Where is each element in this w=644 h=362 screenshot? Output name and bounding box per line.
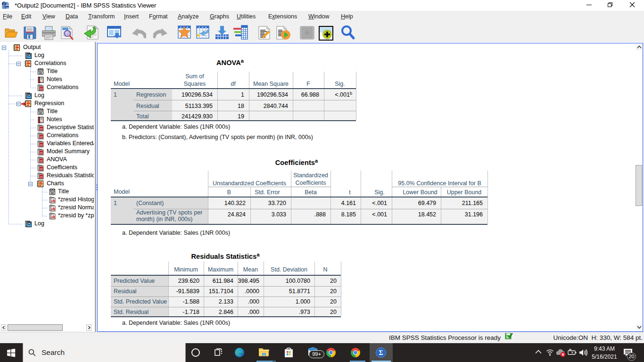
svg-text:i: i	[40, 80, 41, 83]
svg-text:Σ: Σ	[379, 349, 383, 356]
svg-text:i: i	[40, 120, 41, 123]
